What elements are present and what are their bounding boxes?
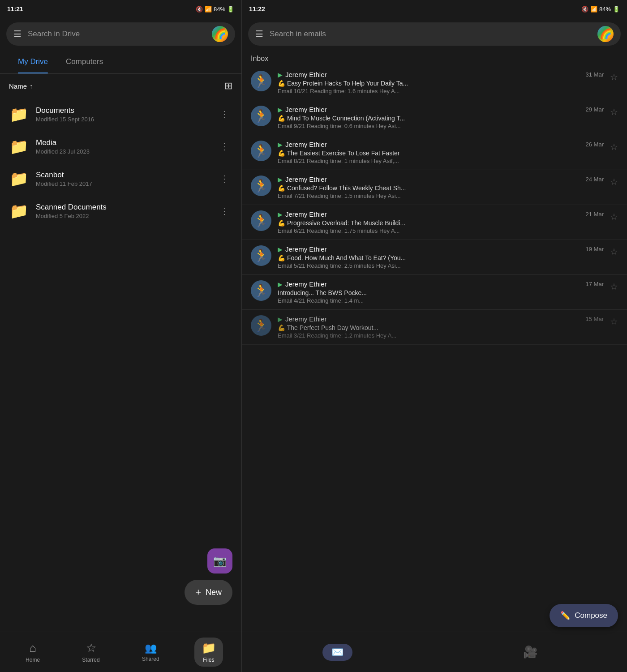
battery-icon: 🔋 [227, 6, 234, 13]
email-item-5[interactable]: 🏃 ▶ Jeremy Ethier 21 Mar 💪 Progressive O… [242, 205, 627, 240]
star-icon-4[interactable]: ☆ [610, 176, 618, 187]
sender-name-7: Jeremy Ethier [285, 280, 327, 288]
file-item-documents[interactable]: 📁 Documents Modified 15 Sept 2016 ⋮ [0, 98, 241, 130]
star-icon-7[interactable]: ☆ [610, 281, 618, 292]
email-item-4[interactable]: 🏃 ▶ Jeremy Ethier 24 Mar 💪 Confused? Fol… [242, 170, 627, 205]
home-icon: ⌂ [29, 641, 36, 655]
star-icon-1[interactable]: ☆ [610, 72, 618, 82]
nav-shared-label: Shared [142, 656, 159, 662]
sender-avatar-3: 🏃 [251, 141, 271, 161]
email-item-2[interactable]: 🏃 ▶ Jeremy Ethier 29 Mar 💪 Mind To Muscl… [242, 100, 627, 135]
sender-name-8: Jeremy Ethier [285, 315, 327, 323]
email-item-1[interactable]: 🏃 ▶ Jeremy Ethier 31 Mar 💪 Easy Protein … [242, 65, 627, 100]
email-subject-4: 💪 Confused? Follow This Weekly Cheat Sh.… [278, 184, 604, 192]
email-preview-4: Email 7/21 Reading time: 1.5 minutes Hey… [278, 193, 604, 199]
gmail-search-placeholder[interactable]: Search in emails [270, 30, 591, 39]
compose-icon: ✏️ [560, 611, 570, 621]
nav-home[interactable]: ⌂ Home [18, 638, 47, 667]
nav-home-label: Home [26, 657, 40, 663]
nav-shared[interactable]: 👥 Shared [135, 639, 167, 666]
star-icon-5[interactable]: ☆ [610, 211, 618, 222]
email-item-3[interactable]: 🏃 ▶ Jeremy Ethier 26 Mar 💪 The Easiest E… [242, 135, 627, 170]
new-fab[interactable]: + New [185, 580, 232, 605]
file-item-scanbot[interactable]: 📁 Scanbot Modified 11 Feb 2017 ⋮ [0, 163, 241, 195]
star-icon-3[interactable]: ☆ [610, 141, 618, 152]
email-subject-5: 💪 Progressive Overload: The Muscle Build… [278, 219, 604, 227]
sender-name-3: Jeremy Ethier [285, 141, 327, 148]
star-icon-8[interactable]: ☆ [610, 316, 618, 327]
more-options-media[interactable]: ⋮ [216, 137, 232, 155]
file-meta-scanbot: Modified 11 Feb 2017 [36, 180, 209, 187]
sender-figure-3: 🏃 [253, 144, 269, 158]
email-date-3: 26 Mar [586, 141, 604, 148]
tab-my-drive[interactable]: My Drive [9, 50, 57, 73]
file-name-scanbot: Scanbot [36, 171, 209, 180]
new-fab-label: New [206, 588, 222, 597]
email-item-6[interactable]: 🏃 ▶ Jeremy Ethier 19 Mar 💪 Food. How Muc… [242, 240, 627, 275]
file-item-scanned-documents[interactable]: 📁 Scanned Documents Modified 5 Feb 2022 … [0, 195, 241, 227]
tab-computers[interactable]: Computers [57, 50, 112, 73]
gmail-nav-mail[interactable]: ✉️ [322, 644, 352, 661]
nav-starred[interactable]: ☆ Starred [75, 638, 107, 667]
sender-name-4: Jeremy Ethier [285, 175, 327, 183]
gmail-time: 11:22 [249, 5, 265, 13]
email-top-row-4: ▶ Jeremy Ethier 24 Mar [278, 175, 604, 183]
email-date-4: 24 Mar [586, 176, 604, 183]
gmail-search-container: ☰ Search in emails 🌈 [242, 18, 627, 50]
email-top-row-2: ▶ Jeremy Ethier 29 Mar [278, 106, 604, 113]
sender-arrow-4: ▶ [278, 176, 283, 183]
sender-arrow-3: ▶ [278, 141, 283, 148]
drive-tabs: My Drive Computers [0, 50, 241, 74]
email-list: 🏃 ▶ Jeremy Ethier 31 Mar 💪 Easy Protein … [242, 65, 627, 605]
more-options-scanbot[interactable]: ⋮ [216, 170, 232, 188]
email-content-7: ▶ Jeremy Ethier 17 Mar Introducing... Th… [278, 280, 604, 304]
email-item-8[interactable]: 🏃 ▶ Jeremy Ethier 15 Mar 💪 The Perfect P… [242, 310, 627, 345]
email-date-5: 21 Mar [586, 211, 604, 218]
gmail-battery-icon: 🔋 [613, 6, 620, 13]
email-preview-6: Email 5/21 Reading time: 2.5 minutes Hey… [278, 262, 604, 269]
more-options-scanned[interactable]: ⋮ [216, 202, 232, 220]
sender-name-5: Jeremy Ethier [285, 210, 327, 218]
file-list: 📁 Documents Modified 15 Sept 2016 ⋮ 📁 Me… [0, 98, 241, 672]
file-item-media[interactable]: 📁 Media Modified 23 Jul 2023 ⋮ [0, 130, 241, 163]
email-content-5: ▶ Jeremy Ethier 21 Mar 💪 Progressive Ove… [278, 210, 604, 234]
email-preview-2: Email 9/21 Reading time: 0.6 minutes Hey… [278, 123, 604, 129]
drive-bottom-area: 📷 + New [0, 227, 241, 632]
email-content-3: ▶ Jeremy Ethier 26 Mar 💪 The Easiest Exe… [278, 141, 604, 164]
file-name-media: Media [36, 138, 209, 147]
drive-search-placeholder[interactable]: Search in Drive [28, 30, 206, 39]
email-item-7[interactable]: 🏃 ▶ Jeremy Ethier 17 Mar Introducing... … [242, 275, 627, 310]
sender-figure-1: 🏃 [253, 74, 269, 89]
more-options-documents[interactable]: ⋮ [216, 105, 232, 123]
gmail-nav-meet[interactable]: 🎥 [514, 642, 546, 662]
email-content-6: ▶ Jeremy Ethier 19 Mar 💪 Food. How Much … [278, 245, 604, 269]
drive-avatar[interactable]: 🌈 [212, 26, 228, 42]
sort-label[interactable]: Name ↑ [9, 82, 33, 90]
star-icon-2[interactable]: ☆ [610, 107, 618, 117]
drive-search-bar[interactable]: ☰ Search in Drive 🌈 [6, 22, 235, 46]
file-meta-media: Modified 23 Jul 2023 [36, 148, 209, 155]
drive-status-right: 🔇 📶 84% 🔋 [196, 6, 234, 13]
sender-arrow-6: ▶ [278, 246, 283, 253]
compose-button[interactable]: ✏️ Compose [550, 604, 618, 627]
grid-view-icon[interactable]: ⊞ [224, 80, 232, 92]
folder-icon-media: 📁 [9, 137, 29, 156]
screenshot-fab[interactable]: 📷 [207, 548, 232, 574]
gmail-status-bar: 11:22 🔇 📶 84% 🔋 [242, 0, 627, 18]
sender-name-1: Jeremy Ethier [285, 71, 327, 78]
gmail-avatar[interactable]: 🌈 [597, 26, 614, 42]
gmail-search-bar[interactable]: ☰ Search in emails 🌈 [248, 22, 621, 46]
nav-files[interactable]: 📁 Files [194, 638, 223, 667]
drive-search-container: ☰ Search in Drive 🌈 [0, 18, 241, 50]
email-top-row-6: ▶ Jeremy Ethier 19 Mar [278, 245, 604, 253]
compose-label: Compose [575, 611, 607, 620]
email-top-row-8: ▶ Jeremy Ethier 15 Mar [278, 315, 604, 323]
email-preview-1: Email 10/21 Reading time: 1.6 minutes He… [278, 88, 604, 94]
sender-figure-2: 🏃 [253, 109, 269, 124]
gmail-status-right: 🔇 📶 84% 🔋 [581, 6, 620, 13]
files-icon: 📁 [202, 641, 216, 655]
star-icon-6[interactable]: ☆ [610, 246, 618, 257]
hamburger-icon[interactable]: ☰ [13, 29, 21, 39]
gmail-hamburger-icon[interactable]: ☰ [255, 29, 263, 39]
email-preview-8: Email 3/21 Reading time: 1.2 minutes Hey… [278, 332, 604, 339]
